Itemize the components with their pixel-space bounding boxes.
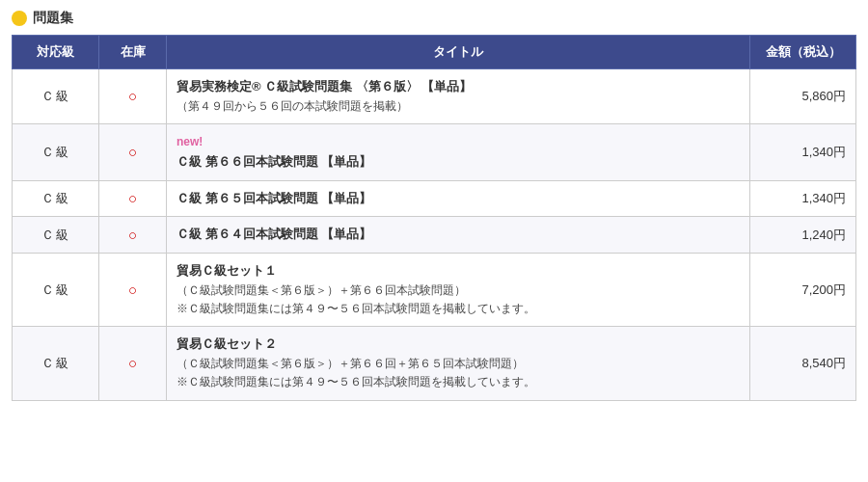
title-main: Ｃ級 第６５回本試験問題 【単品】: [176, 191, 371, 205]
title-icon: [12, 11, 27, 26]
table-row: Ｃ級○Ｃ級 第６４回本試験問題 【単品】1,240円: [13, 217, 856, 254]
title-sub: ※Ｃ級試験問題集には第４９〜５６回本試験問題を掲載しています。: [176, 373, 740, 391]
title-sub: （Ｃ級試験問題集＜第６版＞）＋第６６回本試験問題）: [176, 281, 740, 300]
header-grade: 対応級: [13, 36, 99, 69]
title-main: Ｃ級 第６６回本試験問題 【単品】: [176, 154, 371, 169]
cell-grade: Ｃ級: [13, 123, 99, 180]
cell-price: 1,240円: [750, 217, 856, 254]
title-sub: （第４９回から５６回の本試験問題を掲載）: [176, 97, 740, 116]
table-row: Ｃ級○Ｃ級 第６５回本試験問題 【単品】1,340円: [13, 180, 856, 217]
table-row: Ｃ級○new!Ｃ級 第６６回本試験問題 【単品】1,340円: [13, 123, 856, 180]
header-price: 金額（税込）: [750, 36, 856, 69]
cell-grade: Ｃ級: [13, 254, 99, 327]
cell-title: 貿易Ｃ級セット２（Ｃ級試験問題集＜第６版＞）＋第６６回＋第６５回本試験問題）※Ｃ…: [167, 327, 750, 400]
cell-price: 7,200円: [750, 254, 856, 327]
cell-grade: Ｃ級: [13, 327, 99, 400]
cell-title: 貿易Ｃ級セット１（Ｃ級試験問題集＜第６版＞）＋第６６回本試験問題）※Ｃ級試験問題…: [167, 254, 750, 327]
cell-stock: ○: [99, 180, 167, 217]
header-title: タイトル: [167, 36, 750, 69]
title-main: Ｃ級 第６４回本試験問題 【単品】: [176, 227, 371, 241]
cell-stock: ○: [99, 69, 167, 124]
cell-title: 貿易実務検定® Ｃ級試験問題集 〈第６版〉 【単品】（第４９回から５６回の本試験…: [167, 69, 750, 124]
title-main: 貿易Ｃ級セット２: [176, 336, 277, 351]
title-main: 貿易Ｃ級セット１: [176, 263, 277, 278]
new-badge: new!: [176, 135, 203, 148]
cell-stock: ○: [99, 123, 167, 180]
title-main: 貿易実務検定® Ｃ級試験問題集 〈第６版〉 【単品】: [176, 79, 472, 94]
cell-price: 1,340円: [750, 123, 856, 180]
table-row: Ｃ級○貿易Ｃ級セット２（Ｃ級試験問題集＜第６版＞）＋第６６回＋第６５回本試験問題…: [13, 327, 856, 400]
table-row: Ｃ級○貿易Ｃ級セット１（Ｃ級試験問題集＜第６版＞）＋第６６回本試験問題）※Ｃ級試…: [13, 254, 856, 327]
cell-stock: ○: [99, 217, 167, 254]
page-title: 問題集: [33, 10, 73, 27]
products-table: 対応級 在庫 タイトル 金額（税込） Ｃ級○貿易実務検定® Ｃ級試験問題集 〈第…: [12, 35, 856, 401]
table-row: Ｃ級○貿易実務検定® Ｃ級試験問題集 〈第６版〉 【単品】（第４９回から５６回の…: [13, 69, 856, 124]
table-header-row: 対応級 在庫 タイトル 金額（税込）: [13, 36, 856, 69]
cell-grade: Ｃ級: [13, 69, 99, 124]
title-sub: ※Ｃ級試験問題集には第４９〜５６回本試験問題を掲載しています。: [176, 300, 740, 318]
cell-stock: ○: [99, 254, 167, 327]
cell-price: 1,340円: [750, 180, 856, 217]
cell-grade: Ｃ級: [13, 180, 99, 217]
title-sub: （Ｃ級試験問題集＜第６版＞）＋第６６回＋第６５回本試験問題）: [176, 355, 740, 373]
cell-price: 5,860円: [750, 69, 856, 124]
page-title-container: 問題集: [12, 10, 856, 27]
cell-grade: Ｃ級: [13, 217, 99, 254]
cell-stock: ○: [99, 327, 167, 400]
cell-title: new!Ｃ級 第６６回本試験問題 【単品】: [167, 123, 750, 180]
header-stock: 在庫: [99, 36, 167, 69]
cell-title: Ｃ級 第６５回本試験問題 【単品】: [167, 180, 750, 217]
cell-title: Ｃ級 第６４回本試験問題 【単品】: [167, 217, 750, 254]
cell-price: 8,540円: [750, 327, 856, 400]
